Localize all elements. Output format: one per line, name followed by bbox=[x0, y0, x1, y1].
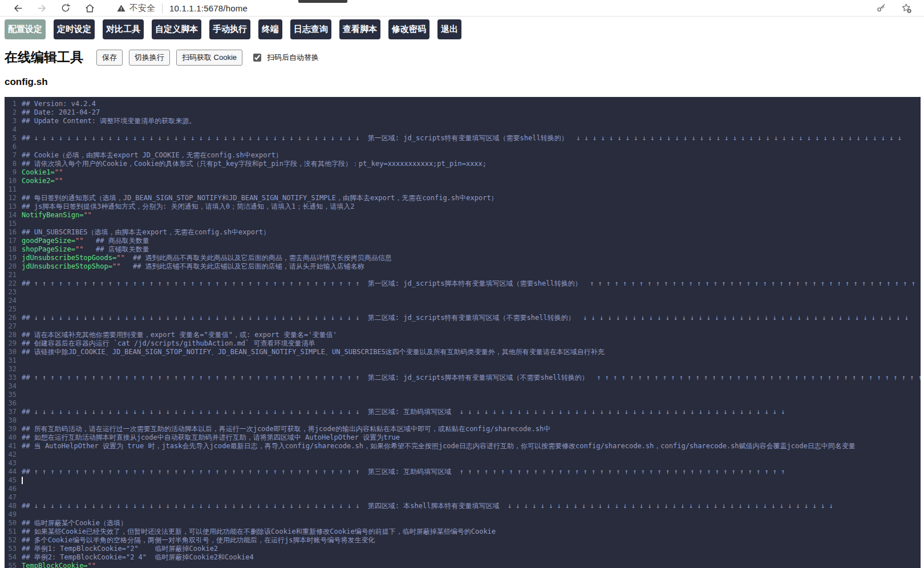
editor-line[interactable]: 41## 当 AutoHelpOther 设置为 true 时，jtask会先导… bbox=[5, 442, 921, 451]
toggle-wrap-button[interactable]: 切换换行 bbox=[129, 50, 170, 66]
code-text: Cookie1="" bbox=[22, 168, 63, 177]
line-number: 1 bbox=[5, 100, 22, 108]
editor-line[interactable]: 38 bbox=[5, 416, 921, 425]
editor-line[interactable]: 8## 请依次填入每个用户的Cookie，Cookie的具体形式（只有pt_ke… bbox=[5, 160, 921, 168]
line-number: 31 bbox=[5, 356, 22, 365]
editor-line[interactable]: 15 bbox=[5, 220, 921, 228]
editor-line[interactable]: 13## js脚本每日签到提供3种通知方式，分别为: 关闭通知，请填入0；简洁通… bbox=[5, 202, 921, 211]
code-text: ## 该链接中除JD_COOKIE、JD_BEAN_SIGN_STOP_NOTI… bbox=[22, 348, 605, 356]
nav-bar: 配置设定 定时设定 对比工具 自定义脚本 手动执行 终端 日志查询 查看脚本 修… bbox=[0, 17, 924, 43]
editor-line[interactable]: 19jdUnsubscribeStopGoods="" ## 遇到此商品不再取关… bbox=[5, 254, 921, 262]
forward-icon[interactable] bbox=[35, 2, 48, 14]
code-text: ## 临时屏蔽某个Cookie（选填） bbox=[22, 519, 127, 528]
editor-line[interactable]: 34 bbox=[5, 382, 921, 391]
editor-line[interactable]: 10Cookie2="" bbox=[5, 177, 921, 185]
editor-line[interactable]: 53## 举例1: TempBlockCookie="2" 临时屏蔽掉Cooki… bbox=[5, 545, 921, 553]
editor-line[interactable]: 51## 如果某些Cookie已经失效了，但暂时还没法更新，可以使用此功能在不删… bbox=[5, 528, 921, 536]
editor-line[interactable]: 16## UN_SUBSCRIBES（选填，由脚本去export，无需在conf… bbox=[5, 228, 921, 237]
nav-item-manual-run[interactable]: 手动执行 bbox=[209, 19, 250, 39]
nav-item-schedule-settings[interactable]: 定时设定 bbox=[54, 19, 95, 39]
editor-line[interactable]: 50## 临时屏蔽某个Cookie（选填） bbox=[5, 519, 921, 528]
editor-line[interactable]: 37## ↓ ↓ ↓ ↓ ↓ ↓ ↓ ↓ ↓ ↓ ↓ ↓ ↓ ↓ ↓ ↓ ↓ ↓… bbox=[5, 408, 921, 416]
editor-line[interactable]: 11 bbox=[5, 185, 921, 194]
line-number: 45 bbox=[5, 476, 22, 485]
nav-item-config-settings[interactable]: 配置设定 bbox=[5, 19, 46, 39]
editor-line[interactable]: 29## 创建容器后在容器内运行 `cat /jd/scripts/github… bbox=[5, 339, 921, 348]
editor-line[interactable]: 36 bbox=[5, 399, 921, 408]
nav-item-change-password[interactable]: 修改密码 bbox=[388, 19, 429, 39]
editor-line[interactable]: 43 bbox=[5, 459, 921, 468]
code-text: NotifyBeanSign="" bbox=[22, 211, 92, 220]
line-number: 44 bbox=[5, 468, 22, 476]
address-url[interactable]: 10.1.1.1:5678/home bbox=[169, 3, 248, 13]
line-number: 39 bbox=[5, 425, 22, 433]
editor-line[interactable]: 55TempBlockCookie="" bbox=[5, 562, 921, 568]
code-text: TempBlockCookie="" bbox=[22, 562, 96, 568]
editor-line[interactable]: 45 bbox=[5, 476, 921, 485]
editor-line[interactable]: 39## 所有互助码活动，请在运行过一次需要互助的活动脚本以后，再运行一次jco… bbox=[5, 425, 921, 433]
editor-line[interactable]: 3## Update Content: 调整环境变量清单的获取来源。 bbox=[5, 117, 921, 125]
line-number: 24 bbox=[5, 297, 22, 305]
editor-line[interactable]: 24 bbox=[5, 297, 921, 305]
editor-line[interactable]: 47 bbox=[5, 493, 921, 502]
editor-line[interactable]: 5## ↓ ↓ ↓ ↓ ↓ ↓ ↓ ↓ ↓ ↓ ↓ ↓ ↓ ↓ ↓ ↓ ↓ ↓ … bbox=[5, 134, 921, 143]
code-text: ## 如果某些Cookie已经失效了，但暂时还没法更新，可以使用此功能在不删除该… bbox=[22, 528, 496, 536]
line-number: 17 bbox=[5, 237, 22, 245]
editor-line[interactable]: 2## Date: 2021-04-27 bbox=[5, 108, 921, 117]
editor-line[interactable]: 4 bbox=[5, 125, 921, 134]
nav-item-terminal[interactable]: 终端 bbox=[258, 19, 282, 39]
editor-line[interactable]: 35 bbox=[5, 391, 921, 399]
line-number: 51 bbox=[5, 528, 22, 536]
line-number: 40 bbox=[5, 433, 22, 442]
editor-line[interactable]: 7## Cookie（必填，由脚本去export JD_COOKIE，无需在co… bbox=[5, 151, 921, 160]
editor-line[interactable]: 26## ↓ ↓ ↓ ↓ ↓ ↓ ↓ ↓ ↓ ↓ ↓ ↓ ↓ ↓ ↓ ↓ ↓ ↓… bbox=[5, 314, 921, 322]
editor-line[interactable]: 9Cookie1="" bbox=[5, 168, 921, 177]
nav-item-log-query[interactable]: 日志查询 bbox=[290, 19, 331, 39]
editor-line[interactable]: 32 bbox=[5, 365, 921, 374]
editor-line[interactable]: 23 bbox=[5, 288, 921, 297]
scan-cookie-button[interactable]: 扫码获取 Cookie bbox=[176, 50, 242, 66]
line-number: 15 bbox=[5, 220, 22, 228]
auto-replace-checkbox[interactable] bbox=[253, 54, 261, 62]
editor-line[interactable]: 44## ↑ ↑ ↑ ↑ ↑ ↑ ↑ ↑ ↑ ↑ ↑ ↑ ↑ ↑ ↑ ↑ ↑ ↑… bbox=[5, 468, 921, 476]
editor-line[interactable]: 31 bbox=[5, 356, 921, 365]
editor-line[interactable]: 6 bbox=[5, 143, 921, 151]
line-number: 4 bbox=[5, 125, 22, 134]
editor-line[interactable]: 30## 该链接中除JD_COOKIE、JD_BEAN_SIGN_STOP_NO… bbox=[5, 348, 921, 356]
editor-line[interactable]: 18shopPageSize="" ## 店铺取关数量 bbox=[5, 245, 921, 254]
editor-line[interactable]: 20jdUnsubscribeStopShop="" ## 遇到此店铺不再取关此… bbox=[5, 262, 921, 271]
editor-line[interactable]: 14NotifyBeanSign="" bbox=[5, 211, 921, 220]
editor-line[interactable]: 33## ↑ ↑ ↑ ↑ ↑ ↑ ↑ ↑ ↑ ↑ ↑ ↑ ↑ ↑ ↑ ↑ ↑ ↑… bbox=[5, 374, 921, 382]
editor-line[interactable]: 28## 请在本区域补充其他你需要用到变量，export 变量名="变量值"，或… bbox=[5, 331, 921, 339]
editor-line[interactable]: 46 bbox=[5, 485, 921, 493]
nav-item-compare-tool[interactable]: 对比工具 bbox=[103, 19, 144, 39]
nav-item-custom-script[interactable]: 自定义脚本 bbox=[152, 19, 201, 39]
editor-line[interactable]: 49 bbox=[5, 510, 921, 519]
code-text: ## ↑ ↑ ↑ ↑ ↑ ↑ ↑ ↑ ↑ ↑ ↑ ↑ ↑ ↑ ↑ ↑ ↑ ↑ ↑… bbox=[22, 279, 915, 288]
save-button[interactable]: 保存 bbox=[96, 50, 123, 66]
nav-item-logout[interactable]: 退出 bbox=[437, 19, 461, 39]
editor-line[interactable]: 21 bbox=[5, 271, 921, 279]
editor-line[interactable]: 54## 举例2: TempBlockCookie="2 4" 临时屏蔽掉Coo… bbox=[5, 553, 921, 562]
home-icon[interactable] bbox=[83, 2, 96, 14]
password-key-icon[interactable] bbox=[875, 2, 887, 14]
editor-line[interactable]: 48## ↓ ↓ ↓ ↓ ↓ ↓ ↓ ↓ ↓ ↓ ↓ ↓ ↓ ↓ ↓ ↓ ↓ ↓… bbox=[5, 502, 921, 510]
line-number: 14 bbox=[5, 211, 22, 220]
editor-line[interactable]: 42 bbox=[5, 451, 921, 459]
security-indicator[interactable]: 不安全 bbox=[116, 3, 155, 14]
code-text: ## 举例1: TempBlockCookie="2" 临时屏蔽掉Cookie2 bbox=[22, 545, 218, 553]
editor-line[interactable]: 52## 多个Cookie编号以半角的空格分隔，两侧一对半角双引号，使用此功能后… bbox=[5, 536, 921, 545]
editor-line[interactable]: 22## ↑ ↑ ↑ ↑ ↑ ↑ ↑ ↑ ↑ ↑ ↑ ↑ ↑ ↑ ↑ ↑ ↑ ↑… bbox=[5, 279, 921, 288]
line-number: 47 bbox=[5, 493, 22, 502]
editor-line[interactable]: 12## 每日签到的通知形式（选填，JD_BEAN_SIGN_STOP_NOTI… bbox=[5, 194, 921, 202]
editor-line[interactable]: 40## 如想在运行互助活动脚本时直接从jcode中自动获取互助码并进行互助，请… bbox=[5, 433, 921, 442]
back-icon[interactable] bbox=[11, 2, 24, 14]
favorites-add-icon[interactable] bbox=[900, 2, 913, 14]
editor-line[interactable]: 25 bbox=[5, 305, 921, 314]
editor-line[interactable]: 27 bbox=[5, 322, 921, 331]
editor-line[interactable]: 17goodPageSize="" ## 商品取关数量 bbox=[5, 237, 921, 245]
nav-item-view-script[interactable]: 查看脚本 bbox=[339, 19, 380, 39]
refresh-icon[interactable] bbox=[59, 2, 72, 14]
code-editor[interactable]: 1## Version: v4.2.42## Date: 2021-04-273… bbox=[5, 97, 921, 568]
editor-line[interactable]: 1## Version: v4.2.4 bbox=[5, 100, 921, 108]
